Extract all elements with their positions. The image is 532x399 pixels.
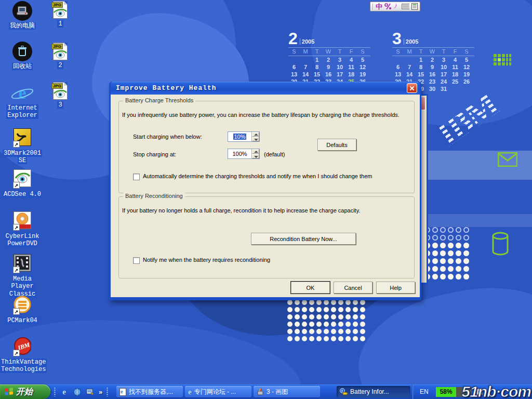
calendar-day (392, 56, 404, 63)
show-desktop-icon[interactable] (86, 388, 95, 396)
wallpaper-dot (324, 307, 329, 312)
desktop-icon-jpg-1[interactable]: JPG 1 (45, 1, 76, 28)
ime-fullwidth-moon-icon[interactable] (393, 3, 400, 10)
ime-drag-handle[interactable] (373, 4, 374, 10)
desktop-icon-3dmark2001[interactable]: ↗ 3DMark2001 SE (0, 127, 45, 165)
wallpaper-dot (448, 235, 454, 241)
defaults-button[interactable]: Defaults (317, 139, 356, 151)
calendar-day: 31 (438, 85, 449, 92)
wallpaper-dot (456, 258, 461, 264)
wallpaper-dot (316, 300, 322, 305)
calendar-weekday-header: W (323, 48, 334, 56)
notify-reconditioning-checkbox[interactable] (133, 257, 140, 264)
wallpaper-dot (448, 227, 454, 233)
calendar-day: 23 (427, 78, 438, 85)
wallpaper-dot (302, 314, 307, 320)
task-button-paint[interactable]: 3 - 画图 (254, 386, 320, 397)
thresholds-description: If you infrequently use battery power, y… (122, 112, 411, 118)
wallpaper-dot (295, 336, 300, 341)
quick-launch-overflow-chevron[interactable]: » (99, 388, 102, 396)
wallpaper-dot (295, 314, 300, 320)
cancel-button[interactable]: Cancel (334, 282, 373, 294)
wallpaper-dot (309, 322, 314, 327)
wallpaper-dot (440, 266, 446, 272)
desktop-icon-jpg-3[interactable]: JPG 3 (45, 82, 76, 109)
wallpaper-dot (360, 314, 365, 320)
desktop-icon-thinkvantage[interactable]: IBM ↗ ThinkVantage Technologies (0, 336, 45, 374)
calendar-day: 2 (323, 56, 334, 63)
ok-button[interactable]: OK (291, 282, 330, 294)
ime-soft-keyboard-icon[interactable] (402, 4, 409, 9)
ime-chinese-mode-icon[interactable]: 中 (376, 3, 382, 10)
ime-menu-icon[interactable] (411, 3, 418, 10)
wallpaper-dot (324, 329, 329, 334)
quick-launch: e » (54, 384, 108, 399)
wallpaper-dot (440, 227, 446, 233)
calendar-day: 1 (311, 56, 323, 63)
wallpaper-dot (353, 300, 358, 305)
wallpaper-dot-grid (424, 227, 471, 282)
auto-determine-checkbox[interactable] (133, 174, 140, 180)
wallpaper-dot (324, 314, 329, 320)
help-button[interactable]: Help (376, 282, 415, 294)
stop-charging-value[interactable]: 100% (228, 149, 251, 158)
desktop-icon-media-player-classic[interactable]: ↗ Media Player Classic (0, 253, 45, 298)
ime-language-bar[interactable]: 中 (370, 2, 420, 11)
recycle-bin-icon (12, 42, 32, 61)
wallpaper-dot (463, 250, 469, 256)
desktop-icon-recycle-bin[interactable]: 回收站 (0, 42, 45, 70)
watermark-51nb: 51nb·com (461, 383, 531, 399)
wallpaper-dot (463, 227, 469, 233)
taskbar-separator[interactable] (107, 387, 108, 396)
task-button-battery-information[interactable]: ! Battery Infor... (337, 386, 410, 397)
paint-icon (257, 388, 264, 395)
spin-down-button[interactable] (252, 137, 259, 141)
desktop-icon-jpg-2[interactable]: JPG 2 (45, 43, 76, 69)
desktop-icon-pcmark04[interactable]: ↗ PCMark04 (0, 295, 45, 324)
calendar-day: 11 (345, 63, 357, 71)
dialog-titlebar[interactable]: Improve Battery Health (111, 82, 420, 95)
desktop-icon-acdsee[interactable]: ↗ ACDSee 4.0 (0, 168, 45, 198)
spin-down-button[interactable] (252, 154, 259, 158)
wallpaper-dot (309, 307, 314, 312)
quick-launch-messenger-icon[interactable] (73, 388, 82, 396)
calendar-day: 6 (288, 63, 300, 71)
wallpaper-dot (338, 300, 343, 305)
start-charging-spinner[interactable]: 10% (228, 131, 260, 142)
calendar-weekday-header: S (392, 48, 404, 56)
calendar-day: 2 (427, 56, 438, 63)
desktop-icon-internet-explorer[interactable]: e Internet Explorer (0, 83, 45, 119)
stop-charging-note: (default) (264, 151, 285, 157)
battery-icon: ! (340, 388, 348, 395)
desktop-icon-powerdvd[interactable]: ↗ CyberLink PowerDVD (0, 210, 45, 248)
calendar-month-number: 2 (288, 31, 298, 46)
calendar-weekday-header: T (311, 48, 323, 56)
stop-charging-spinner[interactable]: 100% (228, 149, 260, 159)
ime-punctuation-icon[interactable] (384, 3, 391, 10)
language-indicator[interactable]: EN (420, 388, 429, 395)
spin-up-button[interactable] (252, 132, 259, 137)
task-button-forum[interactable]: e 专门网论坛 - ... (185, 386, 251, 397)
taskbar-separator[interactable] (54, 387, 56, 396)
wallpaper-dot (316, 322, 322, 327)
desktop-icon-my-computer[interactable]: 我的电脑 (0, 1, 45, 30)
calendar-day: 15 (415, 71, 427, 78)
wallpaper-dot (331, 329, 336, 334)
recondition-battery-button[interactable]: Recondition Battery Now... (251, 233, 356, 245)
close-button[interactable] (407, 83, 417, 93)
quick-launch-ie-icon[interactable]: e (60, 388, 69, 396)
dialog-client-area: Battery Charge Thresholds If you infrequ… (111, 95, 420, 297)
wallpaper-dot (338, 329, 343, 334)
spin-up-button[interactable] (252, 149, 259, 154)
task-button-server-not-found[interactable]: e 找不到服务器,... (116, 386, 183, 397)
start-charging-value[interactable]: 10% (233, 134, 246, 140)
calendar-day: 16 (323, 71, 334, 78)
calendar-day: 5 (357, 56, 368, 63)
calendar-weekday-header: T (415, 48, 427, 56)
calendar-day: 18 (449, 71, 461, 78)
start-button[interactable]: 开始 (0, 384, 50, 399)
wallpaper-dot (432, 243, 438, 248)
calendar-weekday-header: M (404, 48, 415, 56)
wallpaper-dot (316, 329, 322, 334)
battery-charge-thresholds-group: Battery Charge Thresholds If you infrequ… (118, 101, 415, 193)
